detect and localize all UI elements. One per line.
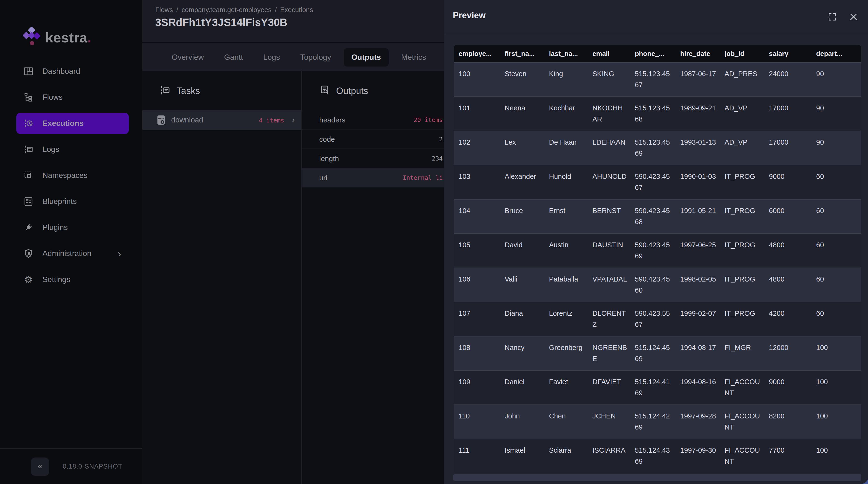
column-header-last-na[interactable]: last_na... [544,44,588,62]
tab-logs[interactable]: Logs [255,48,288,66]
table-cell: FI_ACCOUNT [720,439,764,473]
table-cell: 17000 [764,97,811,131]
output-row-length[interactable]: length234 [302,149,444,168]
table-cell: AD_PRES [720,62,764,97]
breadcrumb-executions[interactable]: Executions [280,6,313,13]
tab-gantt[interactable]: Gantt [216,48,250,66]
horizontal-scrollbar[interactable] [453,474,861,481]
kestra-logo[interactable]: kestra. [23,25,91,50]
logs-icon [23,144,34,155]
table-cell: Neena [500,97,544,131]
preview-table-wrap: employe...first_na...last_na...emailphon… [453,44,861,481]
execution-id-title: 3SRdFh1tY3JS14lFisY30B [155,17,287,29]
table-cell: SKING [588,62,630,97]
fullscreen-icon[interactable] [827,11,838,22]
table-cell: 1993-01-13 [675,131,720,165]
logo-period: . [88,30,91,45]
table-cell: 100 [811,370,862,405]
table-cell: Valli [500,268,544,302]
table-cell: 109 [454,370,500,405]
tasks-panel-header: Tasks [142,71,301,98]
sidebar-footer: « 0.18.0-SNAPSHOT [0,448,142,484]
sidebar: kestra. DashboardFlowsExecutionsLogsName… [0,0,142,484]
column-header-email[interactable]: email [588,44,630,62]
chevron-right-icon: › [118,248,121,259]
kestra-logo-icon [23,27,40,49]
column-header-depart[interactable]: depart... [811,44,862,62]
output-row-uri[interactable]: uriInternal li [302,168,444,188]
sidebar-item-label: Executions [42,119,84,128]
sidebar-item-logs[interactable]: Logs [17,139,129,160]
tab-a[interactable]: A [439,48,444,66]
tab-bar: OverviewGanttLogsTopologyOutputsMetricsA [142,42,444,71]
table-cell: Kochhar [544,97,588,131]
output-value: 20 items [414,116,443,123]
table-cell: DAUSTIN [588,233,630,268]
table-cell: Greenberg [544,336,588,370]
table-cell: 1997-09-28 [675,405,720,439]
table-cell: 110 [454,405,500,439]
column-header-salary[interactable]: salary [764,44,811,62]
tab-outputs[interactable]: Outputs [344,48,389,66]
sidebar-item-label: Logs [42,145,59,154]
breadcrumb-flows[interactable]: Flows [155,6,173,13]
sidebar-item-executions[interactable]: Executions [17,113,129,134]
table-cell: 1999-02-07 [675,302,720,336]
sidebar-collapse-button[interactable]: « [31,457,49,476]
tasks-panel: Tasks HTTP download 4 items › [142,71,301,484]
task-name: download [171,116,203,124]
column-header-employe[interactable]: employe... [454,44,500,62]
table-cell: 100 [811,439,862,473]
sidebar-item-flows[interactable]: Flows [17,87,129,108]
tab-overview[interactable]: Overview [164,48,212,66]
table-cell: Bruce [500,199,544,233]
table-cell: Daniel [500,370,544,405]
breadcrumb-company-team-get-employees[interactable]: company.team.get-employees [182,6,272,13]
sidebar-item-dashboard[interactable]: Dashboard [17,61,129,82]
table-cell: 106 [454,268,500,302]
flows-icon [23,92,34,103]
sidebar-item-plugins[interactable]: Plugins [17,217,129,238]
outputs-doc-search-icon [319,84,330,98]
settings-icon: ⚙ [23,274,34,285]
tab-topology[interactable]: Topology [292,48,339,66]
table-cell: 590.423.4568 [630,199,675,233]
close-icon[interactable] [848,11,859,22]
sidebar-item-administration[interactable]: Administration› [17,243,129,264]
table-cell: 515.124.4269 [630,405,675,439]
table-cell: 12000 [764,336,811,370]
column-header-first-na[interactable]: first_na... [500,44,544,62]
table-cell: VPATABAL [588,268,630,302]
table-cell: IT_PROG [720,199,764,233]
table-cell: 108 [454,336,500,370]
tab-metrics[interactable]: Metrics [394,48,434,66]
table-cell: AD_VP [720,131,764,165]
column-header-job-id[interactable]: job_id [720,44,764,62]
column-header-hire-date[interactable]: hire_date [675,44,720,62]
output-row-code[interactable]: code2 [302,130,444,149]
table-cell: 107 [454,302,500,336]
output-row-headers[interactable]: headers20 items [302,110,444,130]
table-cell: 4800 [764,233,811,268]
table-cell: FI_ACCOUNT [720,370,764,405]
table-cell: Ismael [500,439,544,473]
table-header-row: employe...first_na...last_na...emailphon… [454,44,862,62]
sidebar-item-namespaces[interactable]: Namespaces [17,165,129,186]
table-cell: LDEHAAN [588,131,630,165]
sidebar-item-blueprints[interactable]: Blueprints [17,191,129,212]
table-cell: 9000 [764,165,811,199]
table-cell: Faviet [544,370,588,405]
column-header-phone[interactable]: phone_... [630,44,675,62]
namespaces-icon [23,170,34,181]
sidebar-item-settings[interactable]: ⚙Settings [17,269,129,290]
table-cell: 1994-08-17 [675,336,720,370]
execution-outputs-content: Tasks HTTP download 4 items › Outputs [142,71,444,484]
table-cell: 1994-08-16 [675,370,720,405]
table-row: 105DavidAustinDAUSTIN590.423.45691997-06… [454,233,862,268]
table-cell: ISCIARRA [588,439,630,473]
version-label: 0.18.0-SNAPSHOT [63,463,123,470]
task-row-download[interactable]: HTTP download 4 items › [142,110,301,130]
main-area: Flows/company.team.get-employees/Executi… [142,0,444,484]
table-cell: 9000 [764,370,811,405]
table-row: 109DanielFavietDFAVIET515.124.41691994-0… [454,370,862,405]
